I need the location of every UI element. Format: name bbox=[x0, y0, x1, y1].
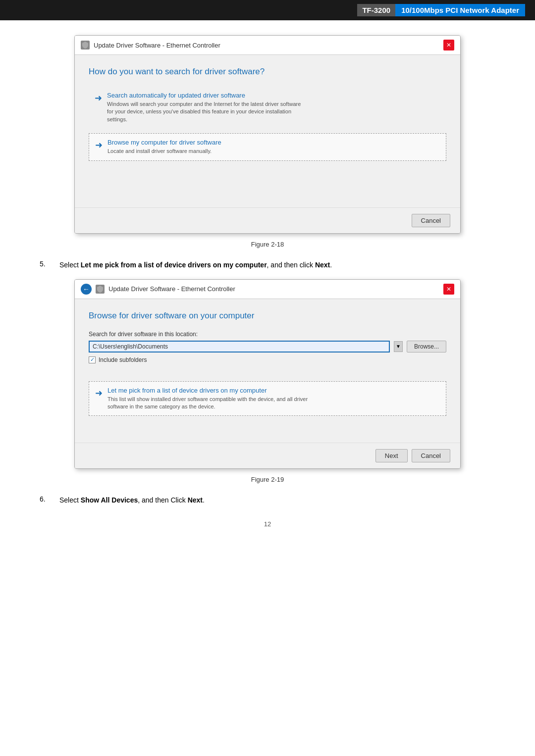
option-browse[interactable]: ➜ Browse my computer for driver software… bbox=[89, 133, 446, 160]
dropdown-arrow-icon[interactable]: ▼ bbox=[394, 341, 403, 352]
figure1-caption: Figure 2-18 bbox=[40, 241, 495, 248]
step6-bold2: Next bbox=[188, 496, 203, 504]
option1-main: Search automatically for updated driver … bbox=[107, 92, 301, 99]
option-search-auto[interactable]: ➜ Search automatically for updated drive… bbox=[89, 87, 446, 128]
dialog2-body: Browse for driver software on your compu… bbox=[75, 299, 460, 443]
step6-bold1: Show All Devices bbox=[81, 496, 138, 504]
option2-main: Browse my computer for driver software bbox=[107, 139, 221, 146]
step5-number: 5. bbox=[40, 260, 52, 268]
step5-row: 5. Select Let me pick from a list of dev… bbox=[40, 260, 495, 270]
option3-main: Let me pick from a list of device driver… bbox=[107, 387, 308, 394]
dialog2-next-button[interactable]: Next bbox=[375, 449, 408, 462]
step5-bold2: Next bbox=[315, 261, 330, 269]
dialog1-body: How do you want to search for driver sof… bbox=[75, 55, 460, 207]
step5-bold1: Let me pick from a list of device driver… bbox=[81, 261, 267, 269]
page-number: 12 bbox=[40, 520, 495, 528]
arrow-icon-2: ➜ bbox=[95, 140, 103, 151]
page-content: Update Driver Software - Ethernet Contro… bbox=[0, 20, 535, 543]
shield-icon bbox=[81, 41, 90, 50]
dialog2-cancel-button[interactable]: Cancel bbox=[412, 449, 450, 462]
dialog-figure2: ← Update Driver Software - Ethernet Cont… bbox=[74, 279, 461, 469]
dialog1-titlebar: Update Driver Software - Ethernet Contro… bbox=[75, 36, 460, 55]
dialog1-title: Update Driver Software - Ethernet Contro… bbox=[94, 42, 220, 49]
header-bar: TF-3200 10/100Mbps PCI Network Adapter bbox=[0, 0, 535, 20]
location-label: Search for driver software in this locat… bbox=[89, 331, 446, 338]
option2-sub: Locate and install driver software manua… bbox=[107, 148, 221, 155]
dialog1-close-button[interactable]: ✕ bbox=[443, 40, 454, 50]
step6-text: Select Show All Devices, and then Click … bbox=[59, 495, 205, 505]
arrow-icon-3: ➜ bbox=[95, 388, 103, 399]
dialog2-footer: Next Cancel bbox=[75, 443, 460, 468]
header-model: TF-3200 bbox=[357, 4, 395, 16]
dialog2-titlebar-left: ← Update Driver Software - Ethernet Cont… bbox=[81, 284, 235, 295]
location-input[interactable] bbox=[89, 341, 390, 353]
dialog-figure1: Update Driver Software - Ethernet Contro… bbox=[74, 35, 461, 234]
dialog1-cancel-button[interactable]: Cancel bbox=[412, 214, 450, 227]
dialog2-titlebar: ← Update Driver Software - Ethernet Cont… bbox=[75, 280, 460, 299]
checkbox-subfolders-row[interactable]: ✓ Include subfolders bbox=[89, 356, 446, 363]
dialog2-close-button[interactable]: ✕ bbox=[443, 284, 454, 295]
dialog1-heading: How do you want to search for driver sof… bbox=[89, 67, 446, 77]
header-description: 10/100Mbps PCI Network Adapter bbox=[395, 4, 525, 16]
include-subfolders-label: Include subfolders bbox=[99, 356, 147, 363]
location-row: ▼ Browse... bbox=[89, 341, 446, 353]
option3-text: Let me pick from a list of device driver… bbox=[107, 387, 308, 411]
option1-text: Search automatically for updated driver … bbox=[107, 92, 301, 123]
step6-number: 6. bbox=[40, 495, 52, 503]
header-title: TF-3200 10/100Mbps PCI Network Adapter bbox=[357, 4, 525, 16]
dialog1-footer: Cancel bbox=[75, 207, 460, 233]
dialog2-heading: Browse for driver software on your compu… bbox=[89, 311, 446, 321]
dialog2-back-button[interactable]: ← bbox=[81, 284, 92, 295]
option-let-me-pick[interactable]: ➜ Let me pick from a list of device driv… bbox=[89, 381, 446, 416]
dialog2-title: Update Driver Software - Ethernet Contro… bbox=[108, 285, 235, 293]
option3-sub: This list will show installed driver sof… bbox=[107, 396, 308, 411]
step6-row: 6. Select Show All Devices, and then Cli… bbox=[40, 495, 495, 505]
figure2-caption: Figure 2-19 bbox=[40, 476, 495, 483]
browse-button[interactable]: Browse... bbox=[407, 341, 446, 353]
option1-sub: Windows will search your computer and th… bbox=[107, 101, 301, 123]
include-subfolders-checkbox[interactable]: ✓ bbox=[89, 356, 96, 363]
shield-icon-2 bbox=[96, 285, 105, 294]
option2-text: Browse my computer for driver software L… bbox=[107, 139, 221, 155]
dialog1-titlebar-left: Update Driver Software - Ethernet Contro… bbox=[81, 41, 220, 50]
step5-text: Select Let me pick from a list of device… bbox=[59, 260, 332, 270]
arrow-icon-1: ➜ bbox=[95, 93, 102, 103]
